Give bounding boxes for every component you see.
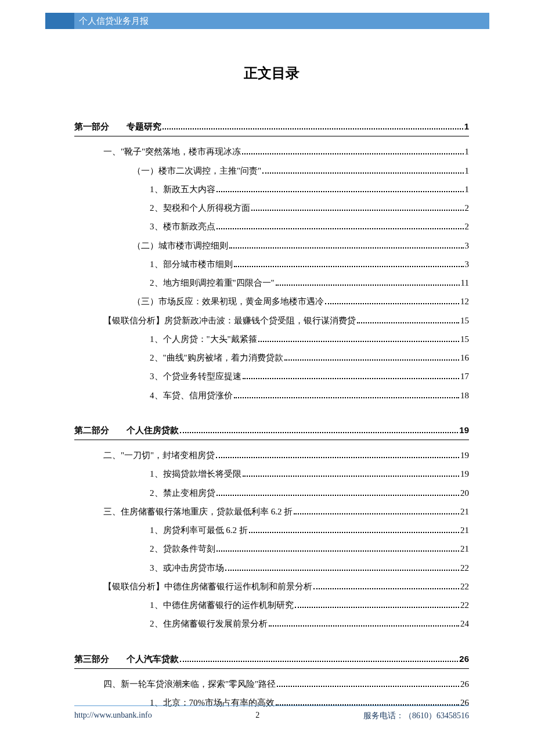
toc-leader (234, 266, 464, 267)
toc-label: （一）楼市二次调控，主推"问责" (132, 161, 261, 180)
toc-page: 2 (465, 217, 470, 236)
toc-entry[interactable]: 【银联信分析】房贷新政冲击波：最赚钱个贷受阻，银行谋消费贷15 (74, 311, 469, 330)
toc-leader (251, 210, 464, 211)
toc-entry[interactable]: 【银联信分析】中德住房储蓄银行运作机制和前景分析22 (74, 577, 469, 596)
toc-leader (225, 570, 460, 571)
toc-leader (243, 476, 460, 477)
toc-page: 19 (460, 465, 469, 483)
toc-entry[interactable]: 2、禁止变相房贷20 (74, 484, 469, 502)
toc-entry[interactable]: 2、"曲线"购房被堵，着力消费贷款16 (74, 348, 469, 367)
toc-entry[interactable]: 二、"一刀切"，封堵变相房贷19 (74, 446, 469, 465)
toc-page: 18 (460, 386, 469, 405)
toc-entry[interactable]: （一）楼市二次调控，主推"问责"1 (74, 161, 469, 180)
toc-label: 1、部分城市楼市细则 (150, 255, 233, 273)
toc-leader (325, 303, 459, 304)
toc-label: 第二部分 个人住房贷款 (74, 421, 179, 440)
toc-label: 2、契税和个人所得税方面 (150, 199, 250, 217)
toc-label: 1、新政五大内容 (150, 180, 215, 199)
toc-entry[interactable]: 一、"靴子"突然落地，楼市再现冰冻1 (74, 142, 469, 161)
toc-entry[interactable]: 第三部分 个人汽车贷款26 (74, 650, 469, 669)
toc-page: 22 (460, 559, 469, 577)
toc-entry[interactable]: 2、住房储蓄银行发展前景分析24 (74, 614, 469, 633)
toc-entry[interactable]: 3、个贷业务转型应提速17 (74, 367, 469, 386)
toc-label: 4、车贷、信用贷涨价 (150, 386, 233, 405)
toc-label: 2、住房储蓄银行发展前景分析 (150, 614, 268, 633)
toc-entry[interactable]: 1、中德住房储蓄银行的运作机制研究22 (74, 596, 469, 614)
toc-entry[interactable]: 1、房贷利率可最低 6.2 折21 (74, 521, 469, 539)
toc-label: （二）城市楼市调控细则 (132, 236, 228, 255)
toc-page: 22 (460, 596, 469, 614)
toc-leader (234, 397, 460, 398)
toc-entry[interactable]: 4、车贷、信用贷涨价18 (74, 386, 469, 405)
toc-label: 第一部分 专题研究 (74, 117, 161, 136)
toc-label: 1、房贷利率可最低 6.2 折 (150, 521, 248, 539)
toc-label: 二、"一刀切"，封堵变相房贷 (103, 446, 215, 465)
toc-entry[interactable]: 2、契税和个人所得税方面2 (74, 199, 469, 217)
toc-entry[interactable]: 3、或冲击房贷市场22 (74, 559, 469, 577)
toc-label: 3、或冲击房贷市场 (150, 559, 224, 577)
toc-page: 20 (460, 484, 469, 502)
toc-entry[interactable]: （二）城市楼市调控细则3 (74, 236, 469, 255)
toc-page: 24 (460, 614, 469, 633)
footer-row: http://www.unbank.info 2 服务电话：（8610）6345… (74, 711, 469, 721)
toc-entry[interactable]: 1、按揭贷款增长将受限19 (74, 465, 469, 483)
toc-leader (357, 322, 459, 323)
toc-page: 21 (460, 539, 469, 558)
toc-page: 15 (460, 311, 469, 330)
toc-page: 3 (465, 236, 470, 255)
toc-label: （三）市场反应：效果初现，黄金周多地楼市遇冷 (132, 292, 324, 311)
toc-entry[interactable]: 第二部分 个人住房贷款19 (74, 421, 469, 440)
toc-label: 第三部分 个人汽车贷款 (74, 650, 179, 668)
toc-label: 2、地方细则调控着重"四限合一" (150, 273, 275, 292)
toc-leader (180, 432, 458, 433)
toc-leader (216, 457, 459, 458)
toc-page: 26 (459, 650, 469, 668)
toc-leader (294, 513, 459, 514)
toc-page: 21 (460, 502, 469, 521)
toc-leader (217, 191, 464, 192)
toc-label: 3、楼市新政亮点 (150, 217, 215, 236)
header-title: 个人信贷业务月报 (79, 16, 149, 27)
toc-page: 12 (460, 292, 469, 311)
toc-page: 2 (465, 199, 470, 217)
toc-page: 1 (464, 117, 469, 136)
toc-page: 15 (460, 330, 469, 348)
toc-entry[interactable]: 三、住房储蓄银行落地重庆，贷款最低利率 6.2 折21 (74, 502, 469, 521)
footer-page-number: 2 (152, 711, 363, 721)
toc-leader (249, 532, 459, 533)
toc-page: 22 (460, 577, 469, 596)
toc-entry[interactable]: 2、地方细则调控着重"四限合一"11 (74, 273, 469, 292)
toc-entry[interactable]: （三）市场反应：效果初现，黄金周多地楼市遇冷12 (74, 292, 469, 311)
toc-leader (269, 625, 460, 627)
toc-page: 11 (461, 273, 469, 292)
footer-divider (74, 705, 469, 706)
toc-leader (284, 359, 459, 361)
toc-leader (217, 228, 464, 229)
toc-page: 1 (465, 161, 470, 180)
toc-label: 一、"靴子"突然落地，楼市再现冰冻 (103, 142, 241, 161)
toc-entry[interactable]: 第一部分 专题研究1 (74, 117, 469, 136)
toc-entry[interactable]: 1、部分城市楼市细则3 (74, 255, 469, 273)
footer-phone: 服务电话：（8610）63458516 (363, 711, 469, 721)
toc-page: 19 (459, 421, 469, 440)
toc-page: 21 (460, 521, 469, 539)
toc-page: 26 (460, 675, 469, 693)
toc-entry[interactable]: 2、贷款条件苛刻21 (74, 539, 469, 558)
toc-entry[interactable]: 四、新一轮车贷浪潮来临，探索"零风险"路径26 (74, 675, 469, 693)
page-footer: http://www.unbank.info 2 服务电话：（8610）6345… (74, 705, 469, 721)
toc-leader (276, 285, 460, 286)
toc-label: 2、贷款条件苛刻 (150, 539, 215, 558)
toc-label: 2、"曲线"购房被堵，着力消费贷款 (150, 348, 283, 367)
toc-leader (262, 172, 463, 174)
toc-container: 第一部分 专题研究1一、"靴子"突然落地，楼市再现冰冻1（一）楼市二次调控，主推… (74, 117, 469, 712)
toc-label: 3、个贷业务转型应提速 (150, 367, 241, 386)
toc-leader (277, 686, 459, 687)
toc-label: 三、住房储蓄银行落地重庆，贷款最低利率 6.2 折 (103, 502, 293, 521)
toc-label: 1、按揭贷款增长将受限 (150, 465, 241, 483)
toc-label: 四、新一轮车贷浪潮来临，探索"零风险"路径 (103, 675, 276, 693)
toc-entry[interactable]: 1、新政五大内容1 (74, 180, 469, 199)
toc-page: 16 (460, 348, 469, 367)
toc-entry[interactable]: 1、个人房贷："大头"戴紧箍15 (74, 330, 469, 348)
toc-label: 2、禁止变相房贷 (150, 484, 215, 502)
toc-entry[interactable]: 3、楼市新政亮点2 (74, 217, 469, 236)
